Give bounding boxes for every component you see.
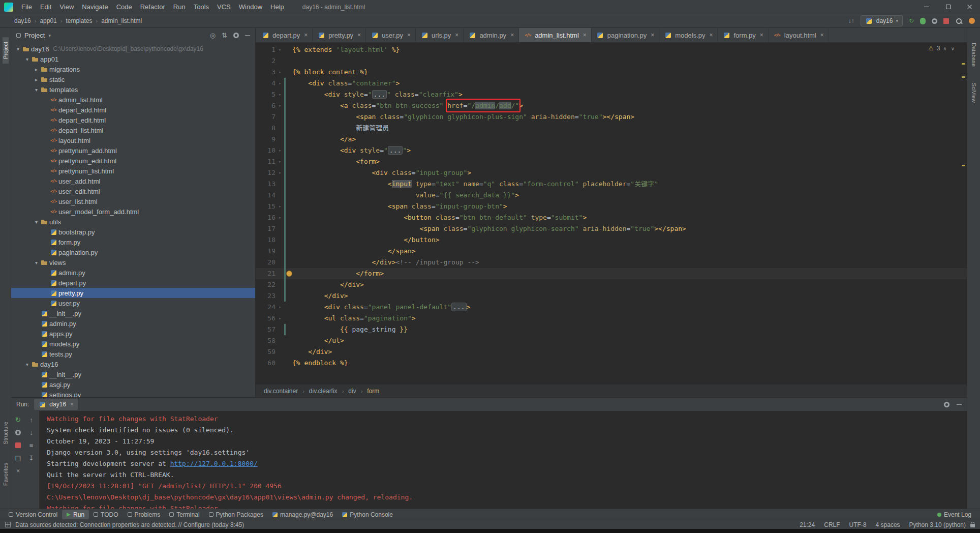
tree-item-apps.py[interactable]: apps.py bbox=[11, 329, 255, 339]
chevron-down-icon[interactable]: ▾ bbox=[23, 56, 31, 62]
tree-item-templates[interactable]: ▾templates bbox=[11, 84, 255, 95]
error-stripe[interactable] bbox=[961, 43, 966, 384]
run-toolbar-stop-icon[interactable] bbox=[13, 439, 24, 451]
code-line-59[interactable]: 59 </div> bbox=[256, 346, 967, 358]
tree-item-asgi.py[interactable]: asgi.py bbox=[11, 379, 255, 390]
toolwindow-stripe-structure[interactable]: Structure bbox=[3, 417, 9, 449]
tree-item-user_model_form_add.html[interactable]: </>user_model_form_add.html bbox=[11, 206, 255, 217]
tree-item-static[interactable]: ▸static bbox=[11, 74, 255, 84]
code-line-6[interactable]: 6▾ <a class="btn btn-success" href="/adm… bbox=[256, 100, 967, 111]
run-toolbar-settings-icon[interactable] bbox=[13, 427, 24, 438]
run-config-selector[interactable]: day16 ▾ bbox=[861, 15, 903, 26]
tree-item-day16[interactable]: ▾day16C:\Users\lenovo\Desktop\dj_base\py… bbox=[11, 44, 255, 54]
menu-run[interactable]: Run bbox=[169, 1, 190, 13]
code-line-11[interactable]: 11▾ <form> bbox=[256, 156, 967, 167]
menu-navigate[interactable]: Navigate bbox=[78, 1, 112, 13]
tree-item-tests.py[interactable]: tests.py bbox=[11, 349, 255, 359]
maximize-button[interactable] bbox=[937, 0, 959, 14]
breadcrumb-item-day16[interactable]: day16 bbox=[14, 17, 31, 24]
prev-warning-icon[interactable]: ∧ bbox=[943, 46, 947, 51]
tree-item-user.py[interactable]: user.py bbox=[11, 298, 255, 308]
tab-close-icon[interactable]: × bbox=[455, 32, 458, 39]
status-utf-8[interactable]: UTF-8 bbox=[849, 521, 867, 528]
vcs-update-icon[interactable]: ↓↑ bbox=[848, 17, 854, 24]
tree-item-depart_add.html[interactable]: </>depart_add.html bbox=[11, 105, 255, 115]
tree-item-depart_list.html[interactable]: </>depart_list.html bbox=[11, 125, 255, 135]
breadcrumb-item-admin_list.html[interactable]: admin_list.html bbox=[101, 17, 142, 24]
code-line-22[interactable]: 22 </div> bbox=[256, 279, 967, 290]
code-line-17[interactable]: 17 <span class="glyphicon glyphicon-sear… bbox=[256, 223, 967, 234]
menu-tools[interactable]: Tools bbox=[190, 1, 213, 13]
editor-breadcrumb-form[interactable]: form bbox=[367, 388, 379, 395]
minimize-button[interactable] bbox=[916, 0, 937, 14]
tree-item-migrations[interactable]: ▸migrations bbox=[11, 64, 255, 74]
code-line-23[interactable]: 23 </div> bbox=[256, 290, 967, 302]
toolwindow-button-problems[interactable]: Problems bbox=[123, 510, 165, 519]
tab-close-icon[interactable]: × bbox=[820, 32, 824, 39]
chevron-down-icon[interactable]: ▾ bbox=[23, 362, 31, 367]
tab-close-icon[interactable]: × bbox=[709, 32, 713, 39]
close-icon[interactable]: × bbox=[70, 401, 74, 408]
toolwindow-button-version-control[interactable]: Version Control bbox=[4, 510, 62, 519]
tab-pagination.py[interactable]: pagination.py× bbox=[592, 28, 659, 42]
run-toolbar-navigate-down-icon[interactable]: ↓ bbox=[26, 427, 37, 438]
settings-icon[interactable] bbox=[944, 402, 950, 407]
toolwindow-button-todo[interactable]: TODO bbox=[89, 510, 122, 519]
toolwindow-button-run[interactable]: Run bbox=[62, 510, 89, 519]
search-everywhere-icon[interactable] bbox=[955, 17, 963, 25]
code-line-16[interactable]: 16▾ <button class="btn btn-default" type… bbox=[256, 212, 967, 223]
tree-item-form.py[interactable]: form.py bbox=[11, 237, 255, 247]
tree-item-settings.py[interactable]: settings.py bbox=[11, 390, 255, 397]
tree-item-prettynum_edit.html[interactable]: </>prettynum_edit.html bbox=[11, 156, 255, 166]
stop-icon[interactable] bbox=[943, 18, 949, 24]
status-21-24[interactable]: 21:24 bbox=[800, 521, 815, 528]
code-line-3[interactable]: 3▾{% block content %} bbox=[256, 67, 967, 78]
toolwindow-button-terminal[interactable]: Terminal bbox=[165, 510, 204, 519]
tree-item-bootstrap.py[interactable]: bootstrap.py bbox=[11, 227, 255, 237]
chevron-right-icon[interactable]: ▸ bbox=[33, 67, 40, 72]
ide-update-icon[interactable] bbox=[969, 18, 975, 24]
tab-close-icon[interactable]: × bbox=[583, 32, 587, 39]
profiler-icon[interactable] bbox=[932, 18, 937, 24]
code-line-24[interactable]: 24▾ <div class="panel panel-default"...> bbox=[256, 302, 967, 313]
toolwindow-stripe-favorites[interactable]: Favorites bbox=[3, 458, 9, 490]
toolwindow-button-python-packages[interactable]: Python Packages bbox=[204, 510, 268, 519]
run-toolbar-rerun-icon[interactable]: ↻ bbox=[13, 414, 24, 425]
code-line-58[interactable]: 58 </ul> bbox=[256, 335, 967, 346]
tab-close-icon[interactable]: × bbox=[510, 32, 514, 39]
code-line-1[interactable]: 1▾{% extends 'layout.html' %} bbox=[256, 44, 967, 55]
tree-item-depart_edit.html[interactable]: </>depart_edit.html bbox=[11, 115, 255, 125]
tab-form.py[interactable]: form.py× bbox=[718, 28, 768, 42]
menu-window[interactable]: Window bbox=[235, 1, 266, 13]
code-line-57[interactable]: 57 {{ page_string }} bbox=[256, 324, 967, 335]
tree-item-models.py[interactable]: models.py bbox=[11, 339, 255, 349]
run-tab[interactable]: day16 × bbox=[34, 399, 78, 410]
tool-window-switcher-icon[interactable] bbox=[5, 522, 11, 527]
run-toolbar-clear-icon[interactable]: × bbox=[13, 465, 24, 476]
next-warning-icon[interactable]: ∨ bbox=[951, 46, 956, 51]
status-python-3.10-python-[interactable]: Python 3.10 (python) bbox=[909, 521, 966, 528]
status-4-spaces[interactable]: 4 spaces bbox=[876, 521, 900, 528]
tab-depart.py[interactable]: depart.py× bbox=[257, 28, 313, 42]
run-toolbar-soft-wrap-icon[interactable]: ≡ bbox=[26, 439, 37, 451]
code-line-13[interactable]: 13 <input type="text" name="q" class="fo… bbox=[256, 179, 967, 190]
tree-item-admin_list.html[interactable]: </>admin_list.html bbox=[11, 95, 255, 105]
run-toolbar-restore-layout-icon[interactable]: ▤ bbox=[13, 452, 24, 463]
toolwindow-button-event-log[interactable]: Event Log bbox=[933, 510, 976, 519]
code-line-4[interactable]: 4▾ <div class="container"> bbox=[256, 78, 967, 89]
code-line-20[interactable]: 20 </div><!-- /input-group --> bbox=[256, 257, 967, 268]
code-line-5[interactable]: 5▾ <div style="..." class="clearfix"> bbox=[256, 89, 967, 100]
tree-item-day16[interactable]: ▾day16 bbox=[11, 359, 255, 369]
tree-item-pretty.py[interactable]: pretty.py bbox=[11, 288, 255, 298]
menu-help[interactable]: Help bbox=[266, 1, 288, 13]
tree-item-__init__.py[interactable]: __init__.py bbox=[11, 369, 255, 379]
close-button[interactable] bbox=[959, 0, 980, 14]
menu-refactor[interactable]: Refactor bbox=[136, 1, 169, 13]
code-line-14[interactable]: 14 value="{{ search_data }}"> bbox=[256, 190, 967, 201]
tree-item-views[interactable]: ▾views bbox=[11, 257, 255, 268]
toolwindow-button-manage.py@day16[interactable]: manage.py@day16 bbox=[268, 510, 338, 519]
tree-item-prettynum_add.html[interactable]: </>prettynum_add.html bbox=[11, 145, 255, 156]
tab-pretty.py[interactable]: pretty.py× bbox=[313, 28, 366, 42]
toolwindow-stripe-sciview[interactable]: SciView bbox=[971, 78, 977, 107]
chevron-down-icon[interactable]: ▾ bbox=[14, 46, 22, 52]
